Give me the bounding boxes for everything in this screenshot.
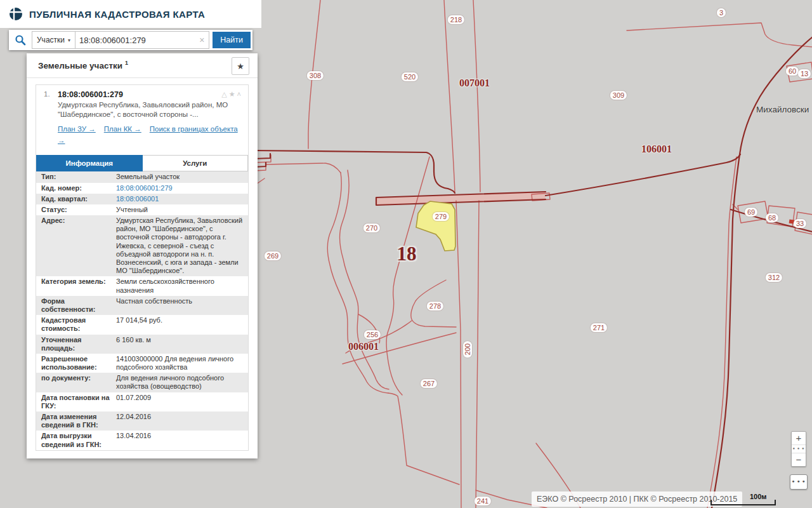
field-label: Тип: (36, 171, 115, 182)
field-value: Учтенный (115, 204, 248, 215)
field-value: Земельный участок (115, 171, 248, 182)
find-button[interactable]: Найти (213, 32, 251, 48)
result-index: 1. (44, 90, 58, 99)
info-row: Кад. квартал:18:08:006001 (36, 194, 248, 204)
search-category-dropdown[interactable]: Участки ▾ (32, 32, 75, 48)
field-value: 141003000000 Для ведения личного подсобн… (115, 354, 248, 373)
results-title: Земельные участки 1 (38, 60, 128, 70)
field-value[interactable]: 18:08:006001:279 (115, 183, 248, 194)
chevron-down-icon: ▾ (68, 37, 70, 43)
zoom-levels-button[interactable]: ● ● ● (792, 444, 806, 453)
rosreestr-logo-icon (9, 7, 23, 21)
result-item: 1. 18:08:006001:279 Удмуртская Республик… (36, 84, 249, 451)
field-label: по документу: (36, 373, 115, 392)
result-item-top: 1. 18:08:006001:279 Удмуртская Республик… (36, 85, 248, 151)
field-label: Уточненная площадь: (36, 335, 115, 354)
search-input[interactable] (75, 36, 195, 45)
field-value: 13.04.2016 (115, 431, 248, 450)
info-row: Форма собственности:Частная собственност… (36, 296, 248, 315)
field-label: Дата постановки на ГКУ: (36, 392, 115, 411)
star-icon[interactable]: ★ (229, 90, 237, 98)
search-group: Участки ▾ × (32, 31, 209, 49)
info-row: Категория земель:Земли сельскохозяйствен… (36, 276, 248, 295)
info-row: Дата выгрузки сведений из ГКН:13.04.2016 (36, 431, 248, 450)
info-row: по документу:Для ведения личного подсобн… (36, 373, 248, 392)
info-row: Дата изменения сведений в ГКН:12.04.2016 (36, 411, 248, 431)
info-row: Адрес:Удмуртская Республика, Завьяловски… (36, 215, 248, 276)
map-more-button[interactable]: ● ● ● (790, 474, 808, 490)
app-title: ПУБЛИЧНАЯ КАДАСТРОВАЯ КАРТА (29, 9, 205, 20)
field-value: Удмуртская Республика, Завьяловский райо… (115, 215, 248, 276)
search-bar: Участки ▾ × Найти (9, 30, 252, 50)
clear-search-icon[interactable]: × (195, 35, 209, 45)
info-table: Тип:Земельный участокКад. номер:18:08:00… (36, 171, 248, 450)
field-label: Статус: (36, 204, 115, 215)
result-cad-number: 18:08:006001:279 (58, 90, 123, 99)
search-category-label: Участки (37, 36, 65, 44)
search-icon (9, 34, 32, 46)
field-value: Земли сельскохозяйственного назначения (115, 276, 248, 295)
result-address: Удмуртская Республика, Завьяловский райо… (58, 100, 239, 119)
field-value: 6 160 кв. м (115, 335, 248, 354)
results-panel: Земельные участки 1 ★ 1. 18:08:006001:27… (27, 53, 258, 458)
zoom-in-button[interactable]: + (792, 432, 806, 444)
field-label: Дата выгрузки сведений из ГКН: (36, 431, 115, 450)
field-label: Кад. номер: (36, 183, 115, 194)
app-header: ПУБЛИЧНАЯ КАДАСТРОВАЯ КАРТА (0, 0, 261, 28)
tabs: ИнформацияУслуги (36, 155, 248, 171)
field-value: 17 014,54 руб. (115, 315, 248, 334)
field-label: Разрешенное использование: (36, 354, 115, 373)
plan-links: План ЗУ →План КК →Поиск в границах объек… (58, 123, 242, 145)
field-value: Частная собственность (115, 296, 248, 315)
info-row: Дата постановки на ГКУ:01.07.2009 (36, 392, 248, 411)
star-icon: ★ (237, 62, 244, 71)
field-label: Дата изменения сведений в ГКН: (36, 411, 115, 431)
field-label: Кадастровая стоимость: (36, 315, 115, 334)
info-row: Кад. номер:18:08:006001:279 (36, 183, 248, 194)
field-label: Форма собственности: (36, 296, 115, 315)
result-item-actions: △★˄ (221, 90, 243, 98)
plan-link[interactable]: План КК → (104, 125, 141, 133)
tab-services[interactable]: Услуги (143, 155, 249, 171)
collapse-icon[interactable]: ˄ (237, 90, 243, 98)
info-row: Статус:Учтенный (36, 204, 248, 215)
info-row: Кадастровая стоимость:17 014,54 руб. (36, 315, 248, 334)
results-panel-header: Земельные участки 1 ★ (27, 53, 258, 78)
zoom-out-button[interactable]: − (792, 453, 806, 466)
scale-label: 100м (750, 493, 767, 500)
field-label: Категория земель: (36, 276, 115, 295)
results-count-sup: 1 (125, 60, 128, 66)
field-label: Кад. квартал: (36, 194, 115, 204)
plan-link[interactable]: План ЗУ → (58, 125, 96, 133)
field-value: 12.04.2016 (115, 411, 248, 431)
building-marker (789, 219, 795, 224)
field-value: Для ведения личного подсобного хозяйства… (115, 373, 248, 392)
zoom-controls: + ● ● ● − (791, 431, 806, 467)
warning-icon[interactable]: △ (221, 90, 228, 98)
tab-information[interactable]: Информация (36, 155, 143, 171)
favorites-button[interactable]: ★ (232, 57, 249, 75)
field-value: 01.07.2009 (115, 392, 248, 411)
field-value[interactable]: 18:08:006001 (115, 194, 248, 204)
info-row: Тип:Земельный участок (36, 171, 248, 182)
info-row: Разрешенное использование:141003000000 Д… (36, 354, 248, 373)
field-label: Адрес: (36, 215, 115, 276)
info-row: Уточненная площадь:6 160 кв. м (36, 335, 248, 354)
